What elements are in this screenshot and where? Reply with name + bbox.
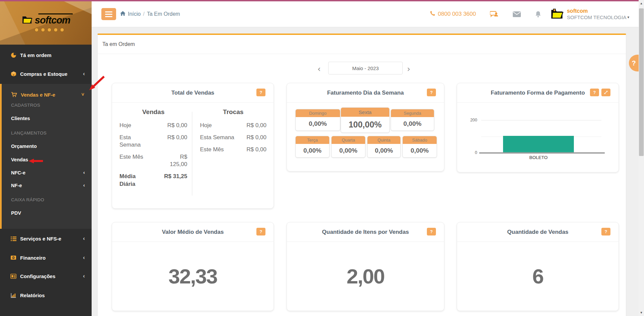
- folder-logo-icon: [21, 14, 33, 26]
- row-value: R$ 0,00: [163, 134, 187, 149]
- sidebar-item-orcamento[interactable]: Orçamento: [11, 144, 37, 149]
- sidebar-item-label: Vendas e NF-e: [21, 92, 55, 98]
- help-button[interactable]: ?: [601, 228, 610, 235]
- breadcrumb-separator: /: [143, 11, 144, 17]
- chevron-left-icon: ‹: [83, 182, 85, 188]
- sidebar-item-configuracoes[interactable]: Configurações ‹: [0, 270, 92, 282]
- help-button[interactable]: ?: [256, 228, 265, 235]
- day-tile-segunda: Segunda0,00%: [391, 109, 434, 131]
- page-title: Ta em Ordem: [102, 41, 135, 47]
- metric-value: 2,00: [347, 264, 385, 288]
- chevron-left-icon: ‹: [83, 254, 85, 261]
- sidebar-logo[interactable]: softcom: [0, 0, 92, 45]
- scrollbar-thumb[interactable]: [639, 8, 644, 156]
- row-label: Este Mês: [200, 146, 240, 153]
- help-button[interactable]: ?: [256, 89, 265, 96]
- row-value: R$ 0,00: [242, 134, 266, 141]
- help-side-tab[interactable]: ?: [629, 55, 639, 71]
- support-phone-number: 0800 003 3600: [438, 11, 476, 17]
- sidebar-item-compras-estoque[interactable]: Compras e Estoque ‹: [0, 68, 92, 80]
- row-value: R$ 125,00: [163, 153, 187, 168]
- main-panel: Ta em Ordem ‹ Maio - 2023 › Total de Ven…: [97, 34, 626, 316]
- sidebar-item-relatorios[interactable]: Relatórios: [0, 289, 92, 301]
- chevron-left-icon: ‹: [83, 273, 85, 279]
- pie-chart-icon: [10, 52, 17, 58]
- page-scrollbar[interactable]: ▲ ▼: [639, 0, 644, 316]
- cube-icon: [10, 71, 17, 77]
- sidebar-item-clientes[interactable]: Clientes: [11, 116, 30, 121]
- day-name: Terça: [296, 136, 329, 144]
- day-value: 0,00%: [367, 144, 400, 157]
- card-title: Quantidade de Vendas: [507, 229, 568, 235]
- cart-icon: [11, 92, 17, 98]
- scroll-up-icon[interactable]: ▲: [639, 1, 644, 6]
- day-value: 100,00%: [341, 117, 389, 133]
- breadcrumb-home-link[interactable]: Início: [128, 11, 141, 17]
- row-label: Hoje: [119, 122, 150, 129]
- day-value: 0,00%: [296, 117, 340, 130]
- sidebar-item-label: NF-e: [11, 183, 22, 188]
- top-accent-strip: [0, 0, 644, 1]
- day-name: Quarta: [332, 136, 365, 144]
- chevron-left-icon: ‹: [83, 70, 85, 77]
- sidebar-toggle-button[interactable]: [101, 8, 116, 20]
- row-label: Esta Semana: [200, 134, 240, 141]
- folder-logo-icon: [550, 7, 564, 21]
- sidebar-item-nf-e[interactable]: NF-e ‹: [11, 183, 22, 188]
- day-name: Sábado: [403, 136, 437, 144]
- support-phone[interactable]: 0800 003 3600: [430, 11, 476, 18]
- day-name: Sexta: [341, 108, 389, 117]
- chevron-down-icon: ˅: [82, 92, 84, 97]
- expand-icon[interactable]: [601, 89, 610, 96]
- account-company-name: SOFTCOM TECNOLOGIA: [567, 14, 626, 20]
- sidebar-item-financeiro[interactable]: 1 Financeiro ‹: [0, 252, 92, 264]
- sidebar-item-vendas[interactable]: Vendas: [11, 157, 28, 162]
- card-title: Quantidade de Itens por Vendas: [322, 229, 409, 235]
- sidebar-item-ta-em-ordem[interactable]: Tá em ordem: [0, 49, 92, 61]
- day-value: 0,00%: [296, 144, 329, 157]
- day-tile-sexta: Sexta100,00%: [341, 107, 390, 133]
- card-faturamento-forma-pagamento: Faturamento Forma de Pagamento ? 200 0 B…: [457, 83, 619, 172]
- chat-support-icon[interactable]: [490, 11, 499, 17]
- card-valor-medio-vendas: Valor Médio de Vendas ? 32,33: [112, 222, 274, 311]
- chevron-left-icon: ‹: [83, 235, 85, 242]
- row-label: Este Mês: [119, 153, 150, 168]
- help-button[interactable]: ?: [590, 89, 599, 96]
- card-quantidade-vendas: Quantidade de Vendas ? 6: [457, 222, 619, 311]
- day-value: 0,00%: [332, 144, 365, 157]
- account-brand: softcom: [567, 8, 629, 14]
- sidebar-item-label: Financeiro: [20, 255, 46, 261]
- sidebar-item-label: Relatórios: [20, 293, 45, 298]
- row-value: R$ 31,25: [163, 173, 187, 188]
- help-button[interactable]: ?: [427, 228, 436, 235]
- card-faturamento-dia-semana: Faturamento Dia da Semana ? Domingo0,00%…: [287, 83, 444, 171]
- card-title: Faturamento Dia da Semana: [327, 90, 404, 96]
- chevron-left-icon: ‹: [83, 169, 85, 175]
- notifications-bell-icon[interactable]: [535, 11, 541, 18]
- day-value: 0,00%: [403, 144, 437, 157]
- id-card-icon: [10, 274, 17, 279]
- help-button[interactable]: ?: [427, 89, 436, 96]
- row-value: R$ 0,00: [242, 146, 266, 153]
- card-title: Total de Vendas: [171, 90, 214, 96]
- card-quantidade-itens-vendas: Quantidade de Itens por Vendas ? 2,00: [287, 222, 444, 311]
- scroll-down-icon[interactable]: ▼: [639, 310, 644, 315]
- account-menu[interactable]: softcom SOFTCOM TECNOLOGIA ▾: [550, 7, 629, 21]
- x-axis: [479, 153, 605, 153]
- sidebar-section-cadastros: CADASTROS: [11, 103, 40, 108]
- sidebar-item-servicos-nfs-e[interactable]: Serviços e NFS-e ‹: [0, 232, 92, 245]
- sidebar-item-label: Serviços e NFS-e: [20, 236, 61, 242]
- y-tick-zero: 0: [464, 150, 477, 155]
- sidebar-item-nfc-e[interactable]: NFC-e ‹: [11, 170, 26, 175]
- day-tile-sabado: Sábado0,00%: [402, 136, 437, 158]
- sidebar-item-pdv[interactable]: PDV: [11, 210, 21, 216]
- day-tile-domingo: Domingo0,00%: [295, 109, 340, 131]
- sidebar-item-vendas-nfe[interactable]: Vendas e NF-e ˅: [2, 89, 92, 100]
- phone-icon: [430, 11, 435, 18]
- day-name: Quinta: [367, 136, 400, 144]
- messages-envelope-icon[interactable]: [513, 11, 521, 17]
- month-prev-button[interactable]: ‹: [317, 64, 321, 74]
- month-selector[interactable]: Maio - 2023: [328, 62, 403, 74]
- month-next-button[interactable]: ›: [407, 64, 410, 74]
- chart-bar: [503, 136, 574, 152]
